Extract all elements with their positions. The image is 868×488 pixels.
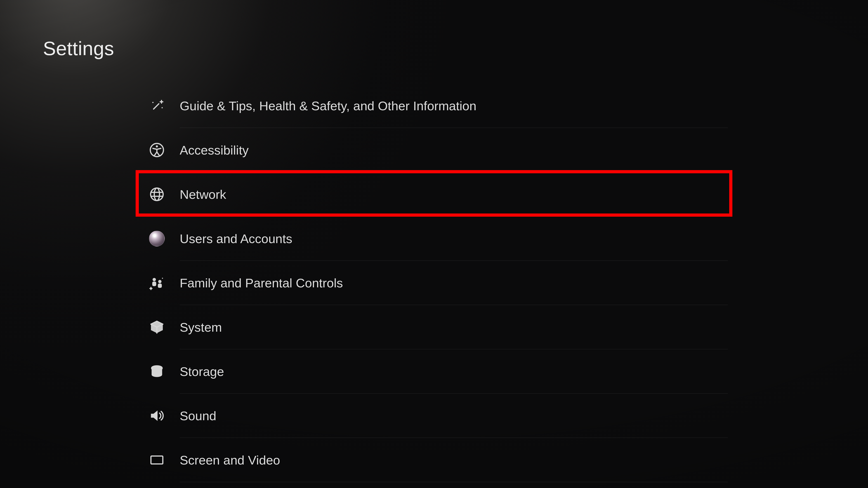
page-title: Settings	[43, 37, 114, 60]
cube-icon	[148, 318, 166, 336]
accessibility-icon	[148, 141, 166, 159]
svg-point-3	[156, 145, 158, 147]
menu-item-system[interactable]: System	[143, 305, 728, 349]
svg-rect-9	[158, 284, 162, 288]
menu-item-network[interactable]: Network	[143, 172, 728, 217]
svg-point-4	[151, 188, 163, 200]
menu-item-label: Users and Accounts	[180, 231, 292, 246]
menu-item-label: Screen and Video	[180, 453, 280, 467]
svg-point-10	[162, 278, 163, 279]
menu-item-label: Network	[180, 187, 226, 202]
globe-icon	[148, 186, 166, 203]
menu-item-label: Accessibility	[180, 143, 249, 158]
family-icon	[148, 274, 166, 292]
menu-item-label: System	[180, 320, 222, 335]
storage-icon	[148, 363, 166, 380]
svg-point-5	[154, 188, 159, 200]
svg-point-1	[162, 107, 163, 108]
svg-rect-7	[152, 282, 156, 286]
menu-item-label: Sound	[180, 409, 216, 423]
menu-item-screen[interactable]: Screen and Video	[143, 438, 728, 482]
divider	[180, 482, 728, 482]
menu-item-users[interactable]: Users and Accounts	[143, 217, 728, 261]
svg-rect-13	[151, 456, 163, 464]
speaker-icon	[148, 407, 166, 424]
menu-item-label: Guide & Tips, Health & Safety, and Other…	[180, 98, 476, 113]
avatar-icon	[148, 230, 166, 248]
menu-item-guide-tips[interactable]: Guide & Tips, Health & Safety, and Other…	[143, 84, 728, 128]
screen-icon	[148, 451, 166, 469]
svg-point-8	[158, 280, 162, 283]
menu-item-label: Storage	[180, 364, 224, 379]
menu-item-accessibility[interactable]: Accessibility	[143, 128, 728, 172]
settings-menu: Guide & Tips, Health & Safety, and Other…	[143, 84, 728, 482]
menu-item-label: Family and Parental Controls	[180, 275, 343, 290]
svg-point-0	[152, 102, 153, 103]
sparkle-wand-icon	[148, 97, 166, 115]
svg-point-6	[153, 278, 156, 281]
menu-item-sound[interactable]: Sound	[143, 394, 728, 438]
menu-item-family[interactable]: Family and Parental Controls	[143, 261, 728, 305]
menu-item-storage[interactable]: Storage	[143, 349, 728, 394]
